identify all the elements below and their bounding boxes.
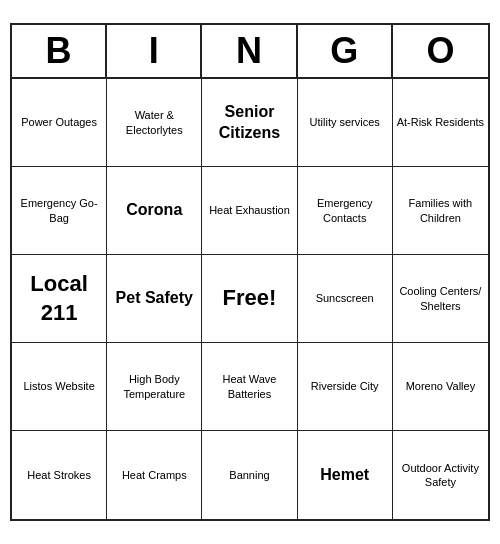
header-letter: B (12, 25, 107, 77)
header-letter: O (393, 25, 488, 77)
header-letter: N (202, 25, 297, 77)
cell-text: Senior Citizens (205, 102, 293, 144)
header-letter: G (298, 25, 393, 77)
bingo-cell: Power Outages (12, 79, 107, 167)
cell-text: Free! (223, 284, 277, 313)
bingo-cell: Senior Citizens (202, 79, 297, 167)
bingo-cell: At-Risk Residents (393, 79, 488, 167)
header-letter: I (107, 25, 202, 77)
bingo-cell: Hemet (298, 431, 393, 519)
bingo-cell: Corona (107, 167, 202, 255)
cell-text: Suncscreen (316, 291, 374, 305)
bingo-cell: Emergency Contacts (298, 167, 393, 255)
cell-text: Cooling Centers/ Shelters (396, 284, 485, 313)
cell-text: Families with Children (396, 196, 485, 225)
bingo-cell: Emergency Go-Bag (12, 167, 107, 255)
bingo-cell: Pet Safety (107, 255, 202, 343)
bingo-cell: Outdoor Activity Safety (393, 431, 488, 519)
bingo-cell: Banning (202, 431, 297, 519)
bingo-card: BINGO Power OutagesWater & ElectorlytesS… (10, 23, 490, 521)
cell-text: Water & Electorlytes (110, 108, 198, 137)
bingo-cell: Heat Exhaustion (202, 167, 297, 255)
cell-text: Heat Strokes (27, 468, 91, 482)
cell-text: Banning (229, 468, 269, 482)
cell-text: Local 211 (15, 270, 103, 327)
cell-text: Emergency Go-Bag (15, 196, 103, 225)
cell-text: Heat Exhaustion (209, 203, 290, 217)
cell-text: Utility services (310, 115, 380, 129)
bingo-cell: Free! (202, 255, 297, 343)
cell-text: High Body Temperature (110, 372, 198, 401)
bingo-cell: Heat Strokes (12, 431, 107, 519)
bingo-cell: Water & Electorlytes (107, 79, 202, 167)
cell-text: Pet Safety (116, 288, 193, 309)
bingo-cell: Suncscreen (298, 255, 393, 343)
cell-text: At-Risk Residents (397, 115, 484, 129)
bingo-cell: Cooling Centers/ Shelters (393, 255, 488, 343)
cell-text: Power Outages (21, 115, 97, 129)
bingo-cell: Riverside City (298, 343, 393, 431)
bingo-cell: Families with Children (393, 167, 488, 255)
bingo-cell: High Body Temperature (107, 343, 202, 431)
cell-text: Listos Website (23, 379, 94, 393)
bingo-cell: Local 211 (12, 255, 107, 343)
bingo-cell: Heat Cramps (107, 431, 202, 519)
bingo-cell: Moreno Valley (393, 343, 488, 431)
bingo-cell: Heat Wave Batteries (202, 343, 297, 431)
cell-text: Corona (126, 200, 182, 221)
cell-text: Outdoor Activity Safety (396, 461, 485, 490)
bingo-cell: Listos Website (12, 343, 107, 431)
cell-text: Heat Wave Batteries (205, 372, 293, 401)
bingo-cell: Utility services (298, 79, 393, 167)
bingo-grid: Power OutagesWater & ElectorlytesSenior … (12, 79, 488, 519)
cell-text: Riverside City (311, 379, 379, 393)
cell-text: Moreno Valley (406, 379, 476, 393)
cell-text: Hemet (320, 465, 369, 486)
cell-text: Emergency Contacts (301, 196, 389, 225)
cell-text: Heat Cramps (122, 468, 187, 482)
bingo-header: BINGO (12, 25, 488, 79)
